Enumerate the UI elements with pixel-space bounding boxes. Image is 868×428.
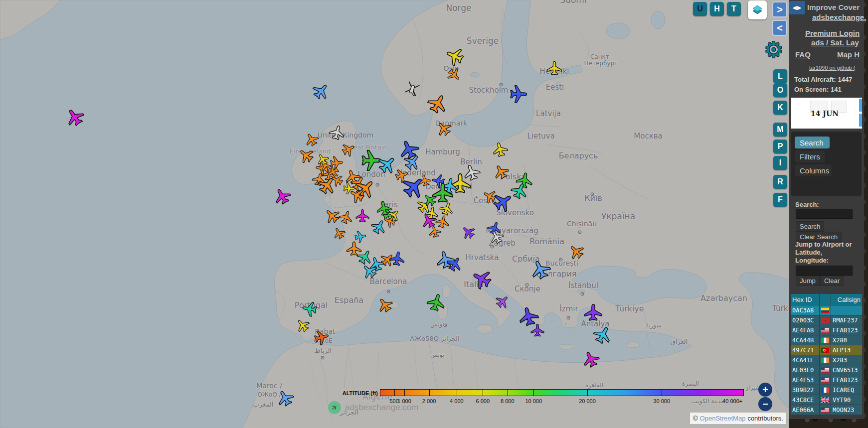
flag-uk-icon (821, 397, 829, 403)
aircraft-row[interactable]: AE066AMOON23 (791, 405, 863, 415)
map-label: تونس (430, 351, 444, 359)
map-button-r[interactable]: R (773, 175, 787, 189)
hex-id-cell: 3B9B22 (791, 385, 819, 395)
adsbexchange-link[interactable]: adsbexchange. (812, 13, 866, 21)
premium-login-link[interactable]: Premium Login (805, 29, 860, 37)
header-flag[interactable] (820, 294, 831, 305)
watermark-text: adsbexchange.com (345, 403, 418, 413)
map-button-k[interactable]: K (773, 101, 787, 115)
layers-button[interactable] (748, 0, 767, 19)
map-button-o[interactable]: O (773, 83, 787, 97)
on-screen-label: On Screen: (794, 86, 829, 93)
map-button-i[interactable]: I (773, 156, 787, 170)
callsign-cell: FFAB123 (831, 375, 862, 385)
openstreetmap-link[interactable]: OpenStreetMap (700, 415, 746, 422)
map-svg: NorgeSverigeSuomiOsloStockholmHelsinkiСа… (0, 0, 789, 428)
city-dot-center (579, 232, 580, 233)
map-button-u[interactable]: U (693, 2, 707, 16)
settings-gear-icon[interactable]: ⚙ (764, 39, 783, 61)
search-button[interactable]: Search (796, 221, 824, 232)
map-help-link[interactable]: Map H (837, 50, 860, 59)
minus-icon: − (762, 399, 768, 410)
map-label: United Kingdom (318, 131, 373, 139)
jump-input[interactable] (796, 266, 853, 276)
header-hex-id[interactable]: Hex ID (791, 294, 819, 305)
map-label: Україна (601, 211, 635, 221)
improve-coverage-heading: Improve Cover (807, 3, 860, 11)
flag-cell (820, 405, 831, 415)
map-button-m[interactable]: M (773, 123, 787, 137)
callsign-cell: X280 (831, 335, 862, 345)
map-button-h[interactable]: H (710, 2, 724, 16)
flag-cell (820, 365, 831, 375)
datebox-scrollbar[interactable] (859, 114, 862, 127)
hex-id-cell: 497C71 (791, 345, 819, 355)
map-button-t[interactable]: T (727, 2, 741, 16)
date-label: 14 JUN (791, 110, 858, 118)
legend-tick (662, 390, 662, 396)
sidebar-expand-button[interactable]: > (772, 1, 787, 17)
map-label: Lietuva (527, 132, 554, 141)
map-attribution: © OpenStreetMap contributors. (690, 413, 786, 424)
flag-portugal-icon (821, 347, 829, 353)
map-label: تونس (430, 321, 444, 328)
map-label: Türkm (772, 304, 789, 313)
map-label: România (529, 237, 564, 246)
jump-button[interactable]: Jump (796, 276, 820, 286)
zoom-in-button[interactable]: + (758, 383, 772, 397)
hex-id-cell: 43C8CE (791, 395, 819, 405)
callsign-cell: CNV6513 (831, 365, 862, 375)
map-button-l[interactable]: L (773, 69, 787, 83)
search-input[interactable] (796, 209, 853, 219)
aircraft-row[interactable]: AE4FABFFAB123 (791, 325, 863, 335)
callsign-cell: ICAREQ (831, 385, 862, 395)
aircraft-row[interactable]: AE4F53FFAB123 (791, 375, 863, 385)
flag-cell (820, 375, 831, 385)
tab-columns[interactable]: Columns (795, 164, 832, 176)
legend-tick (587, 390, 588, 396)
zoom-out-button[interactable]: − (758, 397, 772, 411)
jump-label: Jump to Airport or Latitude, Longitude: (795, 241, 852, 265)
flag-ireland-icon (821, 357, 829, 363)
sat-layers-link[interactable]: ads / Sat. Lay (811, 38, 859, 47)
flag-ireland-icon (821, 337, 829, 343)
map-label: Stockholm (469, 86, 509, 95)
tab-filters[interactable]: Filters (795, 150, 825, 162)
datebox-scrollbar[interactable] (859, 99, 862, 112)
tab-search[interactable]: Search (795, 137, 830, 148)
total-aircraft-label: Total Aircraft: (794, 76, 836, 83)
legend-tick (533, 390, 534, 396)
header-callsign[interactable]: Callsign (831, 294, 862, 305)
map-label: Петербург (584, 60, 618, 67)
total-aircraft-stat: Total Aircraft: 1447 (794, 76, 852, 83)
aircraft-row[interactable]: 497C71AFP13 (791, 345, 863, 355)
map-button-p[interactable]: P (773, 140, 787, 153)
map-label: ΛЖο58Ο الجزائر (410, 335, 459, 343)
flag-cell (820, 325, 831, 335)
history-date-box[interactable]: 14 JUN (791, 98, 862, 129)
map-label: Hrvatska (466, 253, 499, 262)
aircraft-row[interactable]: 4CA44BX280 (791, 335, 863, 345)
map-canvas[interactable]: NorgeSverigeSuomiOsloStockholmHelsinkiСа… (0, 0, 789, 428)
city-dot-center (492, 246, 493, 247)
aircraft-row[interactable]: 0AC3A8 (791, 305, 863, 315)
sidebar-collapse-button[interactable]: < (772, 20, 787, 36)
hex-id-cell: AE4FAB (791, 325, 819, 335)
aircraft-row[interactable]: 4CA41EX283 (791, 355, 863, 365)
github-link[interactable]: tar1090 on github ( (809, 65, 855, 71)
aircraft-row[interactable]: 3B9B22ICAREQ (791, 385, 863, 395)
svg-text:★: ★ (824, 318, 827, 323)
faq-link[interactable]: FAQ (795, 50, 811, 59)
panel-collapse-button[interactable]: ◀▶ (789, 1, 805, 14)
clear-button[interactable]: Clear (820, 276, 844, 286)
map-button-f[interactable]: F (773, 193, 787, 207)
aircraft-row[interactable]: AE03E0CNV6513 (791, 365, 863, 375)
map-label: القاهرة (585, 382, 603, 389)
map-label: İstanbul (568, 281, 598, 290)
map-label: Azərbaycan (700, 293, 747, 303)
aircraft-row[interactable]: 43C8CEVYT90 (791, 395, 863, 405)
map-label: Sverige (467, 36, 499, 46)
aircraft-row[interactable]: 02003C★RMAF237 (791, 315, 863, 325)
adsbexchange-watermark: ✈ adsbexchange.com (328, 401, 418, 414)
plane-logo-icon: ✈ (329, 402, 340, 413)
